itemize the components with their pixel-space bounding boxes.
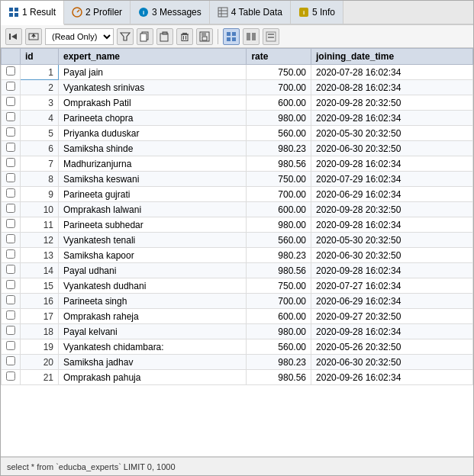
cell-expert-name: Omprakash Patil bbox=[59, 95, 247, 111]
cell-expert-name: Vyankatesh dudhani bbox=[59, 278, 247, 294]
tab-profiler[interactable]: 2 Profiler bbox=[64, 1, 131, 24]
col-id[interactable]: id bbox=[21, 49, 59, 65]
row-checkbox[interactable] bbox=[6, 219, 15, 228]
toolbar-btn-delete[interactable] bbox=[176, 28, 193, 45]
col-joining-date[interactable]: joining_date_time bbox=[311, 49, 473, 65]
cell-joining-date: 2020-05-30 20:32:50 bbox=[311, 126, 473, 141]
toolbar-btn-save[interactable] bbox=[196, 28, 213, 45]
table-row[interactable]: 15Vyankatesh dudhani750.002020-07-27 16:… bbox=[2, 278, 473, 294]
row-checkbox[interactable] bbox=[6, 158, 15, 167]
cell-rate: 600.00 bbox=[247, 309, 311, 324]
cell-rate: 980.00 bbox=[247, 217, 311, 233]
table-row[interactable]: 17Omprakash raheja600.002020-09-27 20:32… bbox=[2, 309, 473, 324]
cell-id: 19 bbox=[21, 339, 59, 355]
row-checkbox[interactable] bbox=[6, 173, 15, 182]
view-list-icon[interactable] bbox=[243, 28, 260, 45]
row-checkbox[interactable] bbox=[6, 234, 15, 243]
table-row[interactable]: 6Samiksha shinde980.232020-06-30 20:32:5… bbox=[2, 141, 473, 156]
table-row[interactable]: 10Omprakash lalwani600.002020-09-28 20:3… bbox=[2, 202, 473, 217]
row-checkbox[interactable] bbox=[6, 326, 15, 335]
row-checkbox-cell bbox=[2, 263, 21, 278]
row-checkbox[interactable] bbox=[6, 295, 15, 304]
table-row[interactable]: 16Parineeta singh700.002020-06-29 16:02:… bbox=[2, 294, 473, 309]
row-checkbox[interactable] bbox=[6, 143, 15, 152]
row-checkbox[interactable] bbox=[6, 371, 15, 381]
row-checkbox[interactable] bbox=[6, 66, 15, 76]
table-row[interactable]: 19Vyankatesh chidambara:560.002020-05-26… bbox=[2, 339, 473, 355]
row-checkbox-cell bbox=[2, 111, 21, 126]
row-checkbox-cell bbox=[2, 278, 21, 294]
tab-tabledata[interactable]: 4 Table Data bbox=[210, 1, 291, 24]
row-checkbox[interactable] bbox=[6, 82, 15, 91]
status-text: select * from `educba_experts` LIMIT 0, … bbox=[7, 462, 176, 471]
svg-text:i: i bbox=[303, 9, 305, 16]
cell-expert-name: Vyankatesh chidambara: bbox=[59, 339, 247, 355]
row-checkbox[interactable] bbox=[6, 127, 15, 137]
table-row[interactable]: 18Payal kelvani980.002020-09-28 16:02:34 bbox=[2, 324, 473, 339]
table-row[interactable]: 3Omprakash Patil600.002020-09-28 20:32:5… bbox=[2, 95, 473, 111]
row-checkbox[interactable] bbox=[6, 280, 15, 289]
cell-expert-name: Vyankatesh srinivas bbox=[59, 80, 247, 95]
messages-icon: i bbox=[138, 7, 149, 18]
col-expert-name[interactable]: expert_name bbox=[59, 49, 247, 65]
row-checkbox[interactable] bbox=[6, 112, 15, 121]
table-row[interactable]: 12Vyankatesh tenali560.002020-05-30 20:3… bbox=[2, 233, 473, 248]
cell-expert-name: Parineeta subhedar bbox=[59, 217, 247, 233]
table-area[interactable]: id expert_name rate joining_date_time 1P… bbox=[1, 48, 473, 457]
cell-id: 5 bbox=[21, 126, 59, 141]
row-checkbox[interactable] bbox=[6, 204, 15, 213]
toolbar-btn-filter[interactable] bbox=[117, 28, 134, 45]
table-header-row: id expert_name rate joining_date_time bbox=[2, 49, 473, 65]
toolbar-btn-copy[interactable] bbox=[137, 28, 153, 45]
svg-rect-20 bbox=[140, 34, 147, 41]
row-checkbox[interactable] bbox=[6, 188, 15, 198]
row-checkbox[interactable] bbox=[6, 341, 15, 350]
table-row[interactable]: 14Payal udhani980.562020-09-28 16:02:34 bbox=[2, 263, 473, 278]
table-row[interactable]: 2Vyankatesh srinivas700.002020-08-28 16:… bbox=[2, 80, 473, 95]
cell-rate: 980.23 bbox=[247, 355, 311, 370]
row-checkbox[interactable] bbox=[6, 265, 15, 274]
row-checkbox-cell bbox=[2, 248, 21, 263]
toolbar-btn-paste[interactable] bbox=[156, 28, 173, 45]
view-grid-icon[interactable] bbox=[223, 28, 240, 45]
svg-rect-29 bbox=[202, 32, 206, 36]
svg-rect-0 bbox=[9, 8, 13, 11]
col-checkbox bbox=[2, 49, 21, 65]
table-row[interactable]: 5Priyanka duduskar560.002020-05-30 20:32… bbox=[2, 126, 473, 141]
toolbar-btn-1[interactable] bbox=[5, 28, 22, 45]
tab-result[interactable]: 1 Result bbox=[1, 1, 64, 25]
table-row[interactable]: 13Samiksha kapoor980.232020-06-30 20:32:… bbox=[2, 248, 473, 263]
cell-id: 10 bbox=[21, 202, 59, 217]
row-checkbox[interactable] bbox=[6, 249, 15, 259]
tab-info[interactable]: i 5 Info bbox=[291, 1, 343, 24]
table-row[interactable]: 1Payal jain750.002020-07-28 16:02:34 bbox=[2, 65, 473, 80]
svg-rect-25 bbox=[182, 34, 188, 40]
tab-messages[interactable]: i 3 Messages bbox=[131, 1, 210, 24]
read-only-select[interactable]: (Read Only) bbox=[45, 28, 114, 45]
cell-rate: 560.00 bbox=[247, 126, 311, 141]
row-checkbox-cell bbox=[2, 141, 21, 156]
row-checkbox[interactable] bbox=[6, 310, 15, 320]
cell-id: 16 bbox=[21, 294, 59, 309]
table-row[interactable]: 8Samiksha keswani750.002020-07-29 16:02:… bbox=[2, 172, 473, 187]
table-row[interactable]: 9Parineeta gujrati700.002020-06-29 16:02… bbox=[2, 187, 473, 202]
cell-expert-name: Priyanka duduskar bbox=[59, 126, 247, 141]
table-row[interactable]: 20Samiksha jadhav980.232020-06-30 20:32:… bbox=[2, 355, 473, 370]
cell-id: 20 bbox=[21, 355, 59, 370]
cell-rate: 750.00 bbox=[247, 65, 311, 80]
table-row[interactable]: 4Parineeta chopra980.002020-09-28 16:02:… bbox=[2, 111, 473, 126]
cell-rate: 980.56 bbox=[247, 156, 311, 172]
row-checkbox[interactable] bbox=[6, 356, 15, 365]
row-checkbox[interactable] bbox=[6, 97, 15, 106]
table-row[interactable]: 11Parineeta subhedar980.002020-09-28 16:… bbox=[2, 217, 473, 233]
table-row[interactable]: 21Omprakash pahuja980.562020-09-26 16:02… bbox=[2, 370, 473, 385]
profiler-icon bbox=[72, 7, 82, 18]
table-row[interactable]: 7Madhurizanjurna980.562020-09-28 16:02:3… bbox=[2, 156, 473, 172]
cell-rate: 980.00 bbox=[247, 111, 311, 126]
toolbar-btn-2[interactable] bbox=[25, 28, 42, 45]
cell-id: 12 bbox=[21, 233, 59, 248]
view-form-icon[interactable] bbox=[263, 28, 279, 45]
cell-joining-date: 2020-07-29 16:02:34 bbox=[311, 172, 473, 187]
col-rate[interactable]: rate bbox=[247, 49, 311, 65]
cell-id: 4 bbox=[21, 111, 59, 126]
